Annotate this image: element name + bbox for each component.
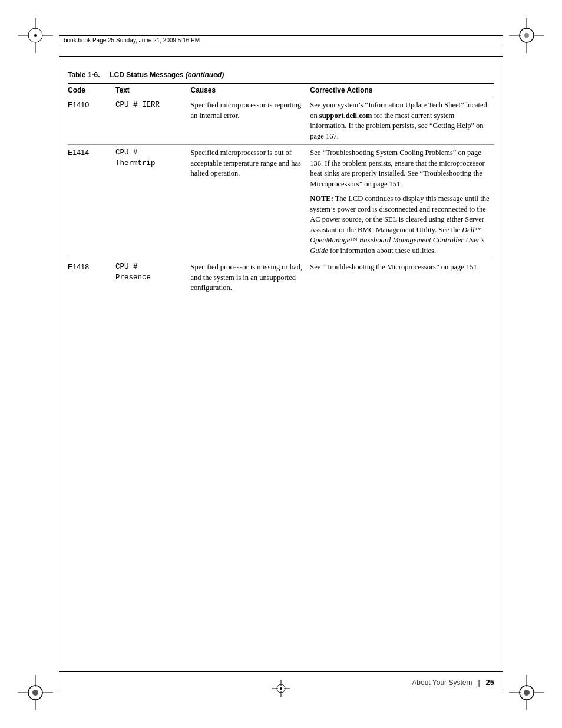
table-row: E1418 CPU #Presence Specified processor …: [68, 259, 494, 297]
header-book-info: book.book Page 25 Sunday, June 21, 2009 …: [64, 37, 200, 44]
bottom-center-reg-mark: [272, 680, 290, 700]
table-continued: (continued): [186, 71, 224, 79]
header-bar: book.book Page 25 Sunday, June 21, 2009 …: [59, 35, 503, 45]
col-header-code: Code: [68, 83, 115, 97]
footer-text: About Your System: [412, 678, 472, 687]
corner-decoration-br: [509, 675, 544, 710]
corner-decoration-tl: [18, 18, 53, 53]
col-header-causes: Causes: [191, 83, 310, 97]
main-content: Table 1-6. LCD Status Messages (continue…: [68, 71, 494, 663]
row-e1418-text: CPU #Presence: [115, 259, 190, 297]
footer-separator: |: [478, 678, 480, 687]
corner-decoration-tr: [509, 18, 544, 53]
svg-point-9: [524, 33, 529, 38]
row-e1410-actions: See your system’s “Information Update Te…: [310, 97, 494, 145]
table-title: Table 1-6. LCD Status Messages (continue…: [68, 71, 494, 79]
row-e1410-code: E1410: [68, 97, 115, 145]
svg-point-15: [32, 690, 38, 696]
row-e1414-actions: See “Troubleshooting System Cooling Prob…: [310, 145, 494, 259]
svg-point-21: [524, 690, 530, 696]
lcd-status-table: Code Text Causes Corrective Actions E141…: [68, 83, 494, 297]
svg-point-3: [34, 34, 37, 37]
table-row: E1410 CPU # IERR Specified microprocesso…: [68, 97, 494, 145]
row-e1414-code: E1414: [68, 145, 115, 259]
row-e1414-causes: Specified microprocessor is out of accep…: [191, 145, 310, 259]
row-e1410-causes: Specified microprocessor is reporting an…: [191, 97, 310, 145]
row-e1418-causes: Specified processor is missing or bad, a…: [191, 259, 310, 297]
corner-decoration-bl: [18, 675, 53, 710]
table-header-row: Code Text Causes Corrective Actions: [68, 83, 494, 97]
row-e1414-text: CPU #Thermtrip: [115, 145, 190, 259]
table-subject: LCD Status Messages: [110, 71, 183, 79]
margin-line-right: [503, 35, 503, 693]
col-header-text: Text: [115, 83, 190, 97]
row-e1418-actions: See “Troubleshooting the Microprocessors…: [310, 259, 494, 297]
table-number: Table 1-6.: [68, 71, 100, 79]
margin-line-bottom: [59, 671, 503, 672]
col-header-actions: Corrective Actions: [310, 83, 494, 97]
row-e1418-code: E1418: [68, 259, 115, 297]
margin-line-left: [59, 35, 59, 693]
svg-point-27: [280, 687, 282, 690]
table-row: E1414 CPU #Thermtrip Specified microproc…: [68, 145, 494, 259]
margin-line-top: [59, 56, 503, 57]
row-e1410-text: CPU # IERR: [115, 97, 190, 145]
page-number: 25: [486, 678, 494, 687]
